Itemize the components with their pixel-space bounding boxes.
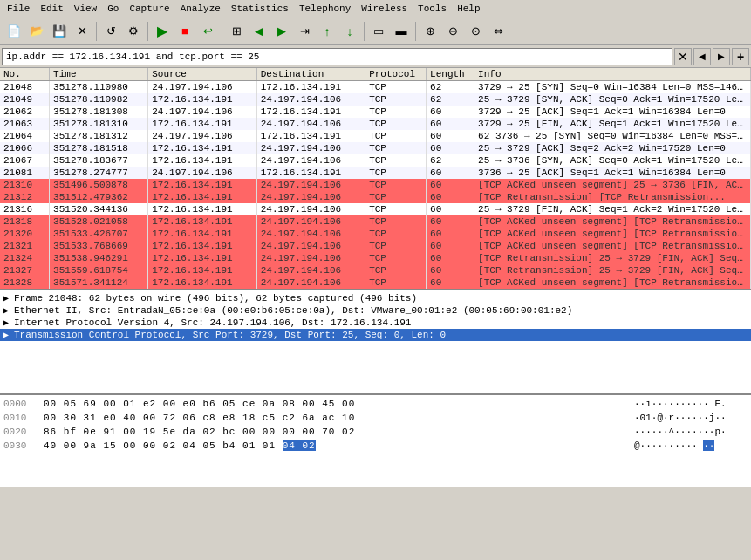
reload-button[interactable]: ↺ [100,21,121,42]
detail-row-tcp[interactable]: ▶ Transmission Control Protocol, Src Por… [0,329,751,341]
menu-tools[interactable]: Tools [413,2,452,16]
col-source: Source [148,68,256,81]
menu-edit[interactable]: Edit [35,2,68,16]
detail-row-frame[interactable]: ▶ Frame 21048: 62 bytes on wire (496 bit… [0,292,751,304]
forward-button[interactable]: ▶ [271,21,292,42]
hex-offset: 0000 [3,397,37,411]
filterbar: ✕ ◀ ▶ + [0,45,751,68]
save-button[interactable]: 💾 [49,21,70,42]
detail-row-ethernet[interactable]: ▶ Ethernet II, Src: EntradaN_05:ce:0a (0… [0,304,751,317]
sep1 [96,22,97,41]
table-row[interactable]: 21321351533.768669172.16.134.19124.197.1… [0,240,751,252]
filter-input[interactable] [2,48,672,65]
menu-view[interactable]: View [69,2,102,16]
packet-list-body: 21048351278.11098024.197.194.106172.16.1… [0,81,751,291]
table-row[interactable]: 21067351278.183677172.16.134.19124.197.1… [0,154,751,167]
table-row[interactable]: 21318351528.021058172.16.134.19124.197.1… [0,215,751,228]
hex-bytes: 86 bf 0e 91 00 19 5e da 02 bc 00 00 00 0… [44,425,627,439]
hex-bytes: 00 30 31 e0 40 00 72 06 c8 e8 18 c5 c2 6… [44,411,627,425]
hex-ascii: ······^·······p· [634,425,748,439]
hex-row: 001000 30 31 e0 40 00 72 06 c8 e8 18 c5 … [3,411,748,425]
capture-stop-button[interactable]: ■ [174,21,195,42]
filter-clear-button[interactable]: ✕ [674,48,692,65]
detail-row-ip[interactable]: ▶ Internet Protocol Version 4, Src: 24.1… [0,317,751,329]
col-protocol: Protocol [365,68,427,81]
hex-highlight: 04 02 [283,440,316,451]
sep2 [147,22,148,41]
prev-button[interactable]: ↑ [317,21,338,42]
filter-prev-button[interactable]: ◀ [693,48,711,65]
hex-offset: 0010 [3,411,37,425]
menubar: File Edit View Go Capture Analyze Statis… [0,0,751,17]
table-row[interactable]: 21066351278.181518172.16.134.19124.197.1… [0,142,751,154]
close-file-button[interactable]: ✕ [72,21,92,42]
menu-capture[interactable]: Capture [124,2,174,16]
table-row[interactable]: 21327351559.618754172.16.134.19124.197.1… [0,264,751,277]
tcp-expand-icon[interactable]: ▶ [3,330,14,340]
hex-ascii: ··i·········· E. [634,397,748,411]
ethernet-expand-icon[interactable]: ▶ [3,305,14,316]
hex-ascii-highlight: ·· [703,440,714,451]
col-info: Info [474,68,751,81]
toolbar: 📄 📂 💾 ✕ ↺ ⚙ ▶ ■ ↩ ⊞ ◀ ▶ ⇥ ↑ ↓ ▭ ▬ ⊕ ⊖ ⊙ … [0,17,751,45]
menu-go[interactable]: Go [102,2,124,16]
col-destination: Destination [256,68,365,81]
hex-dump[interactable]: 000000 05 69 00 01 e2 00 e0 b6 05 ce 0a … [0,395,751,487]
hex-row: 002086 bf 0e 91 00 19 5e da 02 bc 00 00 … [3,425,748,439]
menu-telephony[interactable]: Telephony [294,2,356,16]
table-row[interactable]: 21312351512.479362172.16.134.19124.197.1… [0,191,751,203]
filter-button[interactable]: ⊞ [226,21,247,42]
table-row[interactable]: 21324351538.946291172.16.134.19124.197.1… [0,252,751,264]
hex-ascii: @·········· ·· [634,439,748,453]
table-row[interactable]: 21316351520.344136172.16.134.19124.197.1… [0,203,751,215]
hex-row: 000000 05 69 00 01 e2 00 e0 b6 05 ce 0a … [3,397,748,411]
filter-next-button[interactable]: ▶ [713,48,730,65]
hex-row: 003040 00 9a 15 00 00 02 04 05 b4 01 01 … [3,439,748,453]
capture-start-button[interactable]: ▶ [152,21,173,42]
menu-help[interactable]: Help [452,2,485,16]
colorize-button[interactable]: ▭ [368,21,389,42]
decolorize-button[interactable]: ▬ [391,21,412,42]
table-row[interactable]: 21062351278.18130824.197.194.106172.16.1… [0,106,751,118]
col-no: No. [0,68,50,81]
table-row[interactable]: 21048351278.11098024.197.194.106172.16.1… [0,81,751,94]
table-row[interactable]: 21063351278.181310172.16.134.19124.197.1… [0,118,751,130]
hex-rows-container: 000000 05 69 00 01 e2 00 e0 b6 05 ce 0a … [3,397,748,453]
ip-expand-icon[interactable]: ▶ [3,318,14,328]
sep5 [415,22,416,41]
goto-button[interactable]: ⇥ [294,21,315,42]
tcp-detail-text: Transmission Control Protocol, Src Port:… [14,330,748,340]
menu-wireless[interactable]: Wireless [356,2,413,16]
packet-details[interactable]: ▶ Frame 21048: 62 bytes on wire (496 bit… [0,290,751,395]
table-row[interactable]: 21064351278.18131224.197.194.106172.16.1… [0,130,751,142]
sep4 [364,22,365,41]
new-capture-button[interactable]: 📄 [3,21,24,42]
sep3 [222,22,222,41]
col-length: Length [427,68,474,81]
zoom-in-button[interactable]: ⊕ [420,21,440,42]
back-button[interactable]: ◀ [249,21,270,42]
menu-file[interactable]: File [2,2,35,16]
capture-restart-button[interactable]: ↩ [197,21,218,42]
hex-ascii: ·01·@·r······j·· [634,411,748,425]
table-row[interactable]: 21320351533.426707172.16.134.19124.197.1… [0,228,751,240]
table-row[interactable]: 21081351278.27477724.197.194.106172.16.1… [0,167,751,179]
next-button[interactable]: ↓ [339,21,360,42]
zoom-out-button[interactable]: ⊖ [442,21,463,42]
hex-offset: 0030 [3,439,37,453]
ip-detail-text: Internet Protocol Version 4, Src: 24.197… [14,318,748,328]
table-row[interactable]: 21328351571.341124172.16.134.19124.197.1… [0,277,751,289]
col-time: Time [50,68,148,81]
menu-statistics[interactable]: Statistics [226,2,294,16]
resize-columns-button[interactable]: ⇔ [488,21,509,42]
frame-expand-icon[interactable]: ▶ [3,293,14,304]
packet-list-container[interactable]: No. Time Source Destination Protocol Len… [0,68,751,290]
table-row[interactable]: 21310351496.500878172.16.134.19124.197.1… [0,179,751,191]
ethernet-detail-text: Ethernet II, Src: EntradaN_05:ce:0a (00:… [14,305,748,316]
options-button[interactable]: ⚙ [123,21,144,42]
zoom-reset-button[interactable]: ⊙ [465,21,486,42]
filter-add-button[interactable]: + [732,48,749,65]
table-row[interactable]: 21049351278.110982172.16.134.19124.197.1… [0,93,751,106]
open-button[interactable]: 📂 [26,21,47,42]
menu-analyze[interactable]: Analyze [175,2,226,16]
